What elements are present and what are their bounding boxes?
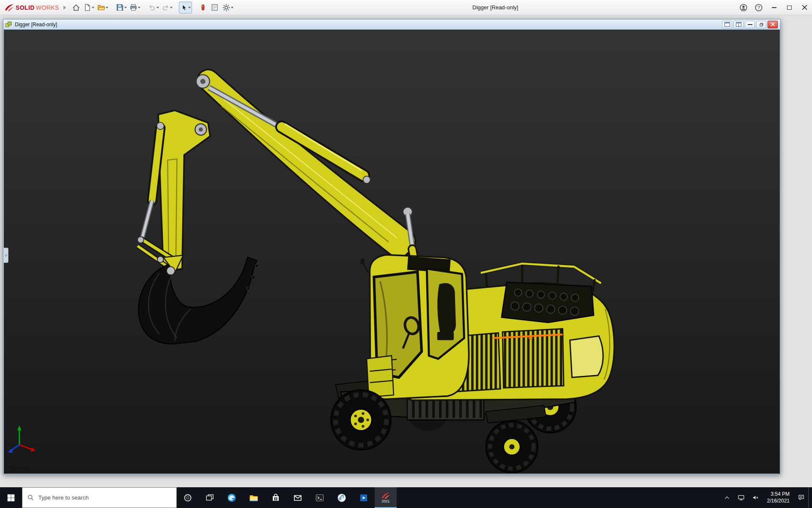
svg-text:?: ? <box>757 5 760 10</box>
solidworks-version-badge: 2021 <box>382 500 390 503</box>
clock-date: 2/16/2021 <box>767 498 790 505</box>
app-window-title: Digger [Read-only] <box>472 4 518 11</box>
media-player-button[interactable] <box>331 487 353 508</box>
workspace: Digger [Read-only] <box>0 15 812 487</box>
print-icon <box>129 3 137 11</box>
featuremanager-tab-icon <box>5 254 7 257</box>
select-tool-button[interactable] <box>179 2 192 14</box>
terminal-button[interactable] <box>309 487 331 508</box>
app-titlebar[interactable]: SOLID WORKS <box>0 0 812 15</box>
action-center-button[interactable] <box>794 487 808 508</box>
start-button[interactable] <box>0 487 22 508</box>
maximize-icon <box>787 6 792 10</box>
edge-button[interactable] <box>221 487 243 508</box>
doc-minimize-icon <box>748 24 752 25</box>
new-document-icon <box>83 3 91 11</box>
options-button[interactable] <box>221 2 235 14</box>
account-icon <box>739 3 748 12</box>
appearance-button[interactable] <box>197 2 209 14</box>
document-titlebar[interactable]: Digger [Read-only] <box>3 19 780 30</box>
doc-restore-button[interactable] <box>756 21 766 28</box>
stick-arm[interactable] <box>158 110 210 272</box>
print-caret[interactable] <box>138 7 140 8</box>
cortana-button[interactable] <box>177 487 199 508</box>
undo-caret[interactable] <box>156 7 159 8</box>
maximize-button[interactable] <box>782 0 797 15</box>
doc-close-button[interactable] <box>768 21 778 28</box>
solidworks-app: SOLID WORKS <box>0 0 812 508</box>
doc-minimize-button[interactable] <box>745 21 755 28</box>
file-properties-button[interactable] <box>209 2 221 14</box>
cortana-icon <box>183 493 192 502</box>
task-view-button[interactable] <box>199 487 221 508</box>
volume-button[interactable] <box>749 487 763 508</box>
brand-works: WORKS <box>36 4 59 11</box>
save-button[interactable] <box>115 2 128 14</box>
taskbar-search[interactable] <box>22 487 177 508</box>
front-step[interactable] <box>367 356 394 397</box>
system-tray: 3:54 PM 2/16/2021 <box>720 487 812 508</box>
assembly-document-icon <box>5 21 12 28</box>
orientation-triad[interactable] <box>8 425 36 453</box>
viewport-quad-icon <box>736 22 741 27</box>
wheel-front-right[interactable] <box>486 421 538 472</box>
viewport-layout-button-1[interactable] <box>722 21 732 28</box>
redo-icon <box>162 3 170 11</box>
document-title: Digger [Read-only] <box>15 22 57 28</box>
featuremanager-collapsed-tab[interactable] <box>4 248 8 263</box>
print-button[interactable] <box>128 2 142 14</box>
select-tool-caret[interactable] <box>188 7 191 8</box>
hidden-icons-button[interactable] <box>720 487 734 508</box>
home-button[interactable] <box>70 2 82 14</box>
solidworks-logo: SOLID WORKS <box>0 3 63 12</box>
redo-button[interactable] <box>160 2 174 14</box>
wheel-front-left[interactable] <box>331 390 391 450</box>
taskbar: 2021 3:54 PM 2/16/2021 <box>0 487 812 508</box>
undo-icon <box>148 3 156 11</box>
search-icon <box>27 494 35 502</box>
redo-caret[interactable] <box>170 7 173 8</box>
solidworks-taskbar-button[interactable]: 2021 <box>375 487 397 508</box>
file-explorer-button[interactable] <box>243 487 265 508</box>
mail-icon <box>293 493 303 503</box>
menu-flyout-arrow[interactable] <box>63 6 66 10</box>
mail-button[interactable] <box>287 487 309 508</box>
graphics-viewport[interactable]: *Dimetric <box>4 30 780 474</box>
edge-icon <box>227 493 237 503</box>
boom-top-pin-center <box>200 79 206 84</box>
new-document-button[interactable] <box>82 2 96 14</box>
store-icon <box>271 493 281 503</box>
open-button[interactable] <box>96 2 110 14</box>
photos-button[interactable] <box>353 487 375 508</box>
undo-button[interactable] <box>147 2 160 14</box>
select-arrow-icon <box>180 4 188 11</box>
options-caret[interactable] <box>231 7 233 8</box>
network-icon <box>737 494 745 502</box>
excavator-model[interactable] <box>4 30 780 474</box>
search-input[interactable] <box>38 494 172 501</box>
file-explorer-icon <box>249 493 259 503</box>
minimize-button[interactable] <box>766 0 782 15</box>
close-button[interactable] <box>797 0 812 15</box>
open-icon <box>97 3 105 11</box>
store-button[interactable] <box>265 487 287 508</box>
bucket[interactable] <box>139 255 260 344</box>
volume-muted-icon <box>752 494 760 502</box>
help-button[interactable]: ? <box>751 0 766 15</box>
media-player-icon <box>337 493 347 503</box>
show-desktop-button[interactable] <box>808 487 812 508</box>
doc-restore-icon <box>759 22 764 27</box>
close-icon <box>802 5 807 10</box>
network-button[interactable] <box>734 487 749 508</box>
windows-start-icon <box>6 493 16 502</box>
document-window-controls <box>722 21 779 28</box>
viewport-split-icon <box>724 22 730 27</box>
account-button[interactable] <box>736 0 751 15</box>
new-document-caret[interactable] <box>92 7 94 8</box>
doc-close-icon <box>771 22 775 27</box>
viewport-layout-button-2[interactable] <box>733 21 743 28</box>
terminal-icon <box>315 493 325 503</box>
open-caret[interactable] <box>106 7 108 8</box>
taskbar-clock[interactable]: 3:54 PM 2/16/2021 <box>763 487 794 508</box>
save-caret[interactable] <box>124 7 127 8</box>
